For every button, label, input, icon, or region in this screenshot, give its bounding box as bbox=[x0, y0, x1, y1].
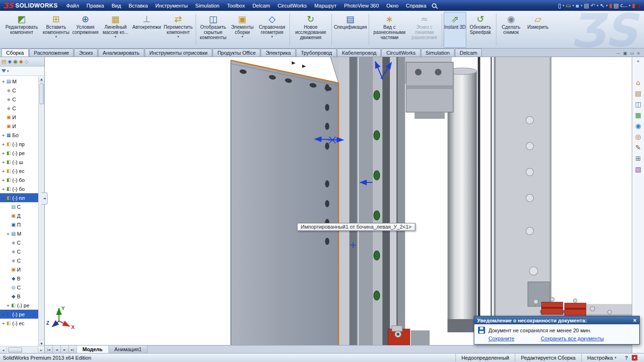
tree-item[interactable]: + ▤ М bbox=[0, 77, 38, 86]
scroll-right-icon[interactable]: ► bbox=[38, 346, 44, 353]
quick-access-icon[interactable]: ▮ bbox=[609, 2, 612, 9]
quick-access-icon[interactable]: c... bbox=[620, 2, 627, 9]
tree-filter-dropdown[interactable]: ▾ bbox=[0, 66, 44, 76]
quick-access-icon[interactable]: ▯ bbox=[558, 2, 561, 9]
ribbon-button[interactable]: ↻ Новое исследование движения bbox=[291, 12, 330, 48]
tree-item[interactable]: + ◧ (-) бо bbox=[0, 184, 38, 193]
ribbon-button[interactable]: ◩ Редактировать компонент bbox=[2, 12, 41, 48]
expander-icon[interactable]: + bbox=[1, 312, 6, 317]
menu-item[interactable]: Справка bbox=[402, 0, 430, 11]
quick-access-icon[interactable]: ▪ bbox=[636, 2, 640, 9]
window-control-icon[interactable]: ▣ bbox=[623, 51, 627, 56]
expander-icon[interactable]: − bbox=[1, 196, 6, 200]
save-link[interactable]: Сохраните bbox=[488, 336, 514, 341]
tree-item[interactable]: + ▦ Бо bbox=[0, 131, 38, 140]
ribbon-button[interactable]: ▤ Спецификация bbox=[333, 12, 367, 48]
expander-icon[interactable]: + bbox=[6, 303, 10, 308]
ribbon-button[interactable]: ⇄ Переместить компонент ▾ bbox=[162, 12, 194, 48]
ribbon-button[interactable] bbox=[289, 14, 290, 46]
expander-icon[interactable]: + bbox=[1, 151, 6, 156]
doc-tab-nav-button[interactable]: |◄ bbox=[45, 346, 53, 353]
panel-tab-icon[interactable]: ◇ bbox=[25, 58, 28, 65]
expander-icon[interactable]: + bbox=[1, 321, 6, 326]
status-toggle-icon[interactable] bbox=[632, 355, 637, 361]
ribbon-button[interactable]: ≈ Эскиз с линиями разнесения bbox=[408, 12, 440, 48]
tree-item[interactable]: ◎ С bbox=[0, 283, 38, 292]
tree-item[interactable]: + ◧ (-) ре bbox=[0, 148, 38, 157]
quick-access-icon[interactable]: ▪ bbox=[576, 2, 579, 9]
ribbon-button[interactable]: ◇ Справочная геометрия ▾ bbox=[256, 12, 288, 48]
tree-item[interactable]: ◈ С bbox=[0, 104, 38, 113]
taskpane-tab-icon[interactable]: ⊞ bbox=[636, 154, 641, 164]
tree-horizontal-scrollbar[interactable]: ◄ ► bbox=[0, 346, 44, 353]
model-rail-assembly[interactable] bbox=[339, 57, 405, 345]
panel-tab-icon[interactable]: ◉ bbox=[13, 58, 18, 65]
collapse-taskpane-icon[interactable]: « bbox=[637, 58, 640, 64]
taskpane-tab-icon[interactable]: ▤ bbox=[635, 89, 641, 99]
tree-item[interactable]: ◈ С bbox=[0, 238, 38, 247]
tree-item[interactable]: + ◧ (-) ш bbox=[0, 157, 38, 166]
commandmanager-tab[interactable]: Эскиз bbox=[74, 49, 97, 57]
ribbon-button[interactable]: ⊞ Вставить компоненты ▾ bbox=[41, 12, 71, 48]
menu-item[interactable]: CircuitWorks bbox=[274, 0, 311, 11]
panel-tab-icon[interactable]: ▤ bbox=[1, 58, 6, 65]
quick-access-icon[interactable]: ▤ bbox=[613, 2, 619, 9]
taskpane-tab-icon[interactable]: ◫ bbox=[635, 99, 641, 109]
commandmanager-tab[interactable]: Delcam bbox=[455, 49, 482, 57]
menu-item[interactable]: Маршрут bbox=[311, 0, 340, 11]
quick-access-icon[interactable]: ▭ bbox=[566, 2, 571, 9]
quick-access-icon[interactable]: ↶ bbox=[591, 2, 595, 9]
ribbon-button[interactable]: ◉ Сделать снимок bbox=[498, 12, 524, 48]
tree-item[interactable]: + ◧ (-) пр bbox=[0, 140, 38, 148]
quick-access-icon[interactable]: ▾ bbox=[606, 2, 608, 9]
expander-icon[interactable]: + bbox=[1, 187, 6, 191]
quick-access-icon[interactable]: ▾ bbox=[629, 2, 631, 9]
commandmanager-tab[interactable]: CircuitWorks bbox=[381, 49, 420, 57]
taskpane-tab-icon[interactable]: ▦ bbox=[635, 110, 641, 120]
tree-item[interactable]: ◈ С bbox=[0, 95, 38, 104]
panel-tab-icon[interactable]: ◆ bbox=[19, 58, 23, 65]
ribbon-button[interactable] bbox=[442, 14, 442, 46]
settings-dropdown[interactable]: Настройка▾ bbox=[581, 354, 622, 362]
ribbon-button[interactable]: ∗ Вид с разнесенными частями bbox=[371, 12, 408, 48]
menu-item[interactable]: Вид bbox=[108, 0, 125, 11]
help-icon[interactable]: ? bbox=[622, 355, 631, 361]
expander-icon[interactable]: + bbox=[1, 142, 6, 147]
quick-access-icon[interactable]: ▾ bbox=[597, 2, 599, 9]
ribbon-button[interactable]: ◫ Отобразить скрытые компоненты bbox=[198, 12, 229, 48]
quick-access-icon[interactable]: ▮ bbox=[632, 2, 635, 9]
tree-item[interactable]: + ◧ (-) бо bbox=[0, 175, 38, 184]
commandmanager-tab[interactable]: Электрика bbox=[261, 49, 296, 57]
tree-item[interactable]: − ◧ (-) пл bbox=[0, 193, 38, 202]
menu-item[interactable]: Инструменты bbox=[152, 0, 192, 11]
menu-item[interactable]: PhotoView 360 bbox=[340, 0, 383, 11]
menu-item[interactable]: Файл bbox=[63, 0, 83, 11]
commandmanager-tab[interactable]: Сборка bbox=[1, 49, 29, 57]
tree-item[interactable]: ▣ И bbox=[0, 122, 38, 131]
ribbon-button[interactable] bbox=[369, 14, 369, 46]
window-control-icon[interactable]: — bbox=[616, 51, 620, 56]
tree-item[interactable]: ▣ И bbox=[0, 113, 38, 122]
tree-item[interactable]: ◆ В bbox=[0, 292, 38, 301]
commandmanager-tab[interactable]: Продукты Office bbox=[213, 49, 260, 57]
tree-item[interactable]: ▣ И bbox=[0, 265, 38, 274]
taskpane-tab-icon[interactable]: ✎ bbox=[636, 143, 641, 153]
tree-item[interactable]: ◈ С bbox=[0, 247, 38, 256]
menu-item[interactable]: Окно bbox=[383, 0, 403, 11]
tree-item[interactable]: + ◧ (-) ре bbox=[0, 301, 38, 310]
tree-item[interactable]: ◆ В bbox=[0, 274, 38, 283]
menu-item[interactable]: Toolbox bbox=[223, 0, 248, 11]
commandmanager-tab[interactable]: Трубопровод bbox=[296, 49, 337, 57]
taskpane-tab-icon[interactable]: ⌂ bbox=[636, 78, 640, 88]
menu-item[interactable]: Delcam bbox=[248, 0, 273, 11]
tree-item[interactable]: ◈ С bbox=[0, 256, 38, 265]
commandmanager-tab[interactable]: Анализировать bbox=[98, 49, 144, 57]
scroll-left-icon[interactable]: ◄ bbox=[0, 346, 7, 353]
doc-tab-nav-button[interactable]: ► bbox=[61, 346, 69, 353]
quick-access-icon[interactable]: ↖ bbox=[600, 2, 604, 9]
quick-access-icon[interactable]: ▤ bbox=[584, 2, 589, 9]
model-mounting-block[interactable] bbox=[406, 62, 453, 119]
commandmanager-tab[interactable]: Инструменты отрисовки bbox=[145, 49, 212, 57]
scroll-down-icon[interactable]: ▼ bbox=[39, 340, 44, 346]
quick-access-icon[interactable]: ▾ bbox=[572, 2, 574, 9]
